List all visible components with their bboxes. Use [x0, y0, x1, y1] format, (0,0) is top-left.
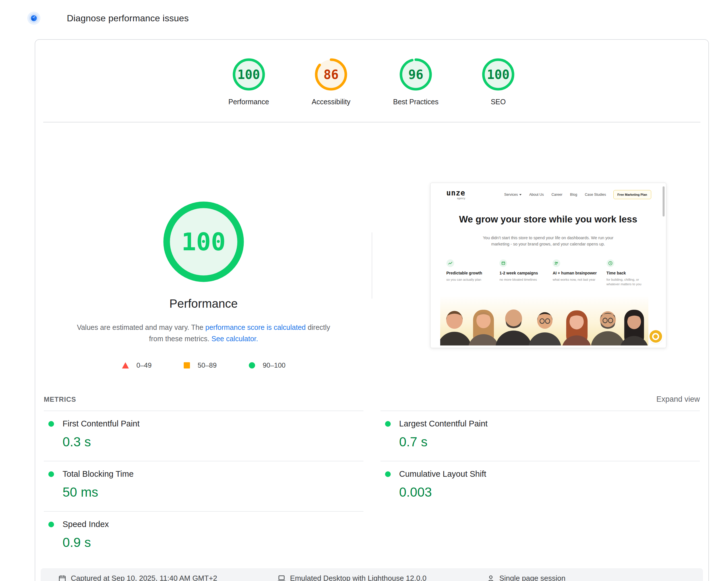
session-info-label: Single page session — [499, 574, 566, 581]
performance-summary-column: 100 Performance Values are estimated and… — [35, 122, 372, 388]
scrollbar-thumb — [662, 186, 665, 217]
site-nav-item: Services — [504, 193, 522, 197]
clock-icon — [606, 259, 614, 267]
feature-title: 1-2 week campaigns — [499, 271, 543, 275]
legend-label: 90–100 — [263, 361, 286, 369]
expand-view-button[interactable]: Expand view — [656, 395, 700, 404]
score-calculation-link[interactable]: performance score is calculated — [205, 323, 306, 331]
site-paragraph: You didn't start this store to spend you… — [480, 235, 617, 247]
score-gauge-best-practices[interactable]: 96 Best Practices — [393, 57, 439, 106]
feature-item: 1-2 week campaigns no more bloated timel… — [499, 259, 543, 286]
pass-circle-icon — [249, 362, 255, 369]
capture-time: Captured at Sep 10, 2025, 11:40 AM GMT+2 — [58, 574, 217, 581]
laptop-icon — [278, 575, 286, 581]
metrics-heading: METRICS — [44, 395, 76, 404]
site-nav-item: Blog — [570, 193, 577, 197]
site-nav: Services About Us Career Blog Case Studi… — [504, 193, 606, 197]
feature-title: Predictable growth — [446, 271, 490, 275]
feature-item: Time back for building, chilling, or wha… — [606, 259, 650, 286]
chat-widget-button — [650, 330, 662, 343]
score-range-legend: 0–49 50–89 90–100 — [122, 361, 286, 369]
page-header: Diagnose performance issues — [0, 0, 728, 25]
feature-title: AI + human brainpower — [552, 271, 597, 275]
growth-icon — [446, 259, 454, 267]
legend-item-fail: 0–49 — [122, 361, 152, 369]
site-heading: We grow your store while you work less — [431, 214, 666, 225]
team-photo — [440, 296, 648, 345]
metric-total-blocking-time: Total Blocking Time 50 ms — [44, 461, 363, 511]
metric-status-dot — [48, 471, 54, 477]
pagespeed-report-page: Diagnose performance issues 100 Performa… — [0, 0, 728, 581]
gauge: 100 — [481, 57, 515, 91]
metric-value: 0.9 s — [62, 535, 363, 550]
feature-desc: no more bloated timelines — [499, 277, 543, 282]
metric-largest-contentful-paint: Largest Contentful Paint 0.7 s — [381, 411, 700, 461]
chevron-down-icon — [519, 194, 522, 195]
feature-desc: what works now, not last year — [552, 277, 597, 282]
score-gauge-performance[interactable]: 100 Performance — [228, 57, 269, 106]
site-logo-text: unze — [446, 189, 466, 197]
gauge: 86 — [314, 57, 348, 91]
score-value: 100 — [481, 57, 515, 91]
score-label: Best Practices — [393, 98, 439, 106]
legend-label: 50–89 — [198, 361, 217, 369]
score-label: Performance — [228, 98, 269, 106]
gauge: 96 — [399, 57, 433, 91]
vertical-divider — [372, 232, 372, 299]
score-gauge-seo[interactable]: 100 SEO — [481, 57, 515, 106]
screenshot-header: unze agency Services About Us Career Blo… — [431, 183, 666, 200]
disclaimer-text: Values are estimated and may vary. The — [77, 323, 205, 331]
see-calculator-link[interactable]: See calculator. — [212, 335, 258, 343]
metrics-grid: First Contentful Paint 0.3 s Largest Con… — [44, 411, 700, 561]
metric-cumulative-layout-shift: Cumulative Layout Shift 0.003 — [381, 461, 700, 511]
feature-item: AI + human brainpower what works now, no… — [552, 259, 597, 286]
emulation-info-label: Emulated Desktop with Lighthouse 12.0.0 — [290, 574, 426, 581]
performance-title: Performance — [170, 297, 238, 310]
site-logo: unze agency — [446, 189, 466, 200]
legend-label: 0–49 — [136, 361, 152, 369]
score-value: 100 — [232, 57, 266, 91]
metric-value: 0.7 s — [399, 434, 700, 449]
metric-first-contentful-paint: First Contentful Paint 0.3 s — [44, 411, 363, 461]
average-square-icon — [183, 362, 190, 369]
fail-triangle-icon — [122, 362, 129, 369]
feature-desc: for building, chilling, or whatever matt… — [606, 277, 650, 286]
metric-empty-cell — [381, 511, 700, 561]
score-value: 96 — [399, 57, 433, 91]
category-scores-row: 100 Performance 86 Accessibility — [35, 40, 708, 106]
metrics-header: METRICS Expand view — [44, 395, 700, 404]
metric-status-dot — [48, 522, 54, 527]
score-gauge-accessibility[interactable]: 86 Accessibility — [312, 57, 350, 106]
legend-item-average: 50–89 — [183, 361, 217, 369]
site-nav-button: Free Marketing Plan — [614, 190, 651, 199]
feature-title: Time back — [606, 271, 650, 275]
metric-name: Cumulative Layout Shift — [399, 469, 486, 479]
score-disclaimer: Values are estimated and may vary. The p… — [76, 322, 332, 344]
calendar-icon — [499, 259, 507, 267]
capture-time-label: Captured at Sep 10, 2025, 11:40 AM GMT+2 — [71, 574, 217, 581]
gauge: 100 — [232, 57, 266, 91]
site-nav-item: Case Studies — [585, 193, 606, 197]
feature-item: Predictable growth so you can actually p… — [446, 259, 490, 286]
metric-status-dot — [385, 421, 391, 427]
metric-value: 50 ms — [62, 485, 363, 500]
metric-value: 0.003 — [399, 485, 700, 500]
emulation-info: Emulated Desktop with Lighthouse 12.0.0 — [278, 574, 426, 581]
performance-score-value: 100 — [161, 199, 246, 284]
screenshot-column: unze agency Services About Us Career Blo… — [372, 122, 709, 388]
metric-name: Speed Index — [62, 520, 109, 529]
calendar-icon — [58, 575, 66, 581]
team-photo-illustration — [440, 296, 648, 345]
metric-speed-index: Speed Index 0.9 s — [44, 511, 363, 561]
site-nav-item: About Us — [529, 193, 544, 197]
final-screenshot-thumbnail[interactable]: unze agency Services About Us Career Blo… — [430, 183, 666, 348]
metric-status-dot — [385, 471, 391, 477]
legend-item-pass: 90–100 — [249, 361, 286, 369]
feature-desc: so you can actually plan — [446, 277, 490, 282]
score-label: Accessibility — [312, 98, 350, 106]
report-card: 100 Performance 86 Accessibility — [35, 39, 709, 581]
site-nav-item: Career — [551, 193, 562, 197]
metric-name: First Contentful Paint — [62, 419, 140, 428]
team-icon — [552, 259, 560, 267]
metric-value: 0.3 s — [62, 434, 363, 449]
